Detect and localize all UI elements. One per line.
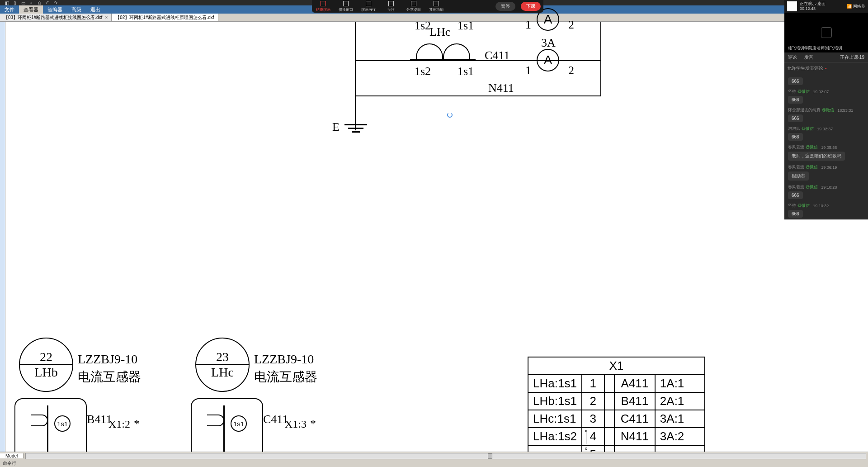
wire-vertical — [600, 22, 601, 96]
cell: C411 — [614, 410, 655, 428]
menu-exit[interactable]: 退出 — [86, 5, 105, 14]
btn-label: 批注 — [387, 7, 395, 12]
timer: 00:12:48 — [800, 6, 826, 11]
cell: 1A:1 — [655, 375, 705, 392]
present-ppt-button[interactable]: 演示PPT — [357, 0, 380, 13]
close-icon[interactable]: × — [105, 15, 108, 20]
chat-bubble: 老师，这是咱们的班歌吗 — [788, 152, 845, 161]
menu-file[interactable]: 文件 — [0, 5, 19, 14]
open-icon[interactable]: ▭ — [20, 0, 26, 5]
camera-caption: 雄飞培训学院唐老师(雄飞培训... — [786, 45, 848, 52]
drawing-canvas[interactable]: 1s2 1s1 LHc 1s2 1s1 C411 N411 1 2 1 2 A … — [5, 22, 868, 451]
component-23: 23 LHc LZZBJ9-10 电流互感器 — [195, 338, 250, 392]
coil-arc — [416, 43, 443, 59]
component-type: LZZBJ9-10 — [254, 352, 314, 367]
chat-message: 怀念那逝去的纯真@微信18:53:31666 — [784, 105, 868, 124]
tab-comment[interactable]: 评论 — [784, 52, 801, 62]
share-desktop-button[interactable]: 分享桌面 — [402, 0, 425, 13]
cell: N411 — [614, 428, 655, 445]
chat-user: 泡泡风@微信19:02:37 — [788, 126, 864, 132]
allow-comment-notice: 允许学生发表评论 • — [784, 62, 868, 74]
cell: 2A:1 — [655, 392, 705, 410]
label-1s2: 1s2 — [415, 19, 431, 33]
component-circle: 22 LHb — [19, 338, 73, 392]
camera-preview[interactable]: 雄飞培训学院唐老师(雄飞培训... — [784, 13, 868, 52]
tab-doc-1[interactable]: 【03】环网柜1#断路器式进线柜接线图怎么看.dxf × — [0, 14, 112, 21]
tab-label: 【02】环网柜1#断路器式进线柜原理图怎么看.dxf — [115, 14, 214, 21]
star: * — [134, 417, 140, 431]
cell — [604, 410, 614, 428]
tab-model[interactable]: Model — [0, 453, 24, 458]
switch-window-button[interactable]: 切换窗口 — [335, 0, 357, 13]
app-icon: ◧ — [4, 0, 10, 5]
label-e: E — [332, 120, 340, 134]
undo-icon[interactable]: ↶ — [44, 0, 51, 5]
component-circle: 23 LHc — [195, 338, 250, 392]
star: * — [310, 417, 316, 431]
chat-user: 坚持@微信19:10:32 — [788, 203, 864, 209]
component-name: 电流互感器 — [78, 368, 141, 386]
menu-editor[interactable]: 智编器 — [43, 5, 67, 14]
cell — [604, 428, 614, 445]
avatar — [787, 1, 797, 11]
chat-bubble: 666 — [788, 96, 803, 104]
terminal-table-x1: X1 LHa:1s1 1 A411 1A:1 LHb:1s1 2 B411 2A… — [528, 357, 705, 463]
presenter-header: 正在演示-桌面 00:12:48 📶 网络良 — [784, 0, 868, 13]
horizontal-scrollbar[interactable] — [25, 453, 866, 459]
label-lhc: LHc — [429, 25, 450, 39]
annotate-button[interactable]: 批注 — [380, 0, 402, 13]
cell — [604, 375, 614, 392]
chat-message: 春风若渡@微信19:06:19很励志 — [784, 162, 868, 182]
cell: 3A:1 — [655, 410, 705, 428]
scroll-thumb[interactable] — [488, 453, 492, 459]
tab-label: 【03】环网柜1#断路器式进线柜接线图怎么看.dxf — [4, 14, 102, 21]
tab-online[interactable]: 正在上课·19 — [836, 52, 868, 62]
end-class-button[interactable]: 下课 — [521, 2, 541, 11]
window-icon — [343, 1, 349, 6]
model-tabs: Model — [0, 452, 868, 460]
component-code: LHc — [211, 365, 234, 380]
chat-bubble: 666 — [788, 133, 803, 141]
plus-icon — [434, 1, 439, 6]
side-ruler — [0, 22, 5, 453]
component-type: LZZBJ9-10 — [78, 352, 137, 367]
camera-icon — [821, 27, 832, 38]
label-3a: 3A — [541, 36, 556, 50]
stop-icon — [321, 1, 326, 6]
tab-doc-2[interactable]: 【02】环网柜1#断路器式进线柜原理图怎么看.dxf — [112, 14, 218, 21]
coil-arc — [443, 43, 470, 59]
cell: 4 — [582, 428, 604, 445]
wire-horizontal — [355, 60, 601, 61]
tab-speak[interactable]: 发言 — [801, 52, 817, 62]
table-row: LHc:1s1 3 C411 3A:1 — [528, 410, 705, 428]
label-1s2: 1s2 — [415, 65, 431, 78]
component-number: 22 — [40, 350, 52, 364]
ppt-icon — [366, 1, 371, 6]
redo-icon[interactable]: ↷ — [52, 0, 59, 5]
btn-label: 切换窗口 — [339, 7, 353, 12]
chat-user: 怀念那逝去的纯真@微信18:53:31 — [788, 107, 864, 113]
new-icon[interactable]: ▯ — [12, 0, 18, 5]
print-icon[interactable]: ⎙ — [36, 0, 42, 5]
component-name: 电流互感器 — [254, 368, 317, 386]
chat-message: 坚持@微信19:02:07666 — [784, 87, 868, 105]
label-2: 2 — [568, 18, 574, 32]
wire-vertical — [355, 112, 356, 124]
label-1: 1 — [525, 18, 531, 32]
menu-viewer[interactable]: 查看器 — [19, 5, 43, 14]
menu-advanced[interactable]: 高级 — [67, 5, 86, 14]
more-functions-button[interactable]: 其他功能 — [425, 0, 448, 13]
ammeter-letter: A — [544, 12, 552, 27]
end-present-button[interactable]: 结束演示 — [312, 0, 335, 13]
cell — [604, 392, 614, 410]
cell: 3 — [582, 410, 604, 428]
label-1s1: 1s1 — [458, 65, 474, 78]
chat-bubble: 666 — [788, 114, 803, 122]
component-22: 22 LHb LZZBJ9-10 电流互感器 — [19, 338, 73, 392]
save-icon[interactable]: ▫ — [28, 0, 34, 5]
share-icon — [411, 1, 416, 6]
cell: LHc:1s1 — [528, 410, 582, 428]
pause-button[interactable]: 暂停 — [495, 2, 515, 11]
ammeter-letter: A — [544, 53, 552, 67]
table-row: LHb:1s1 2 B411 2A:1 — [528, 392, 705, 410]
